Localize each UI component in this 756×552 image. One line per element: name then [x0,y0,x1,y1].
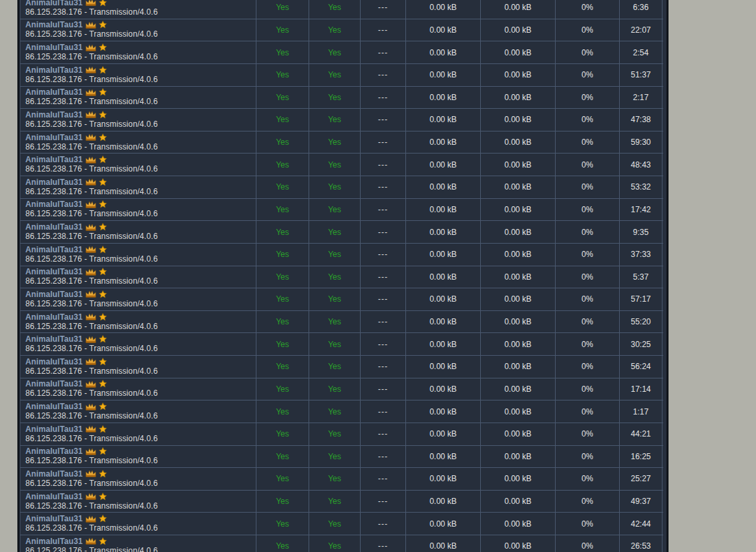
star-icon [99,246,107,254]
cell-uploaded: 0.00 kB [406,288,481,310]
cell-finished: Yes [309,199,361,221]
username-link[interactable]: AnimalulTau31 [25,43,83,52]
table-row: AnimalulTau31 86.125.238.176 - Transmiss [20,423,663,446]
cell-flags: --- [361,131,406,154]
cell-downloaded: 0.00 kB [481,423,556,445]
user-line: AnimalulTau31 [25,402,107,411]
username-link[interactable]: AnimalulTau31 [25,379,83,388]
username-link[interactable]: AnimalulTau31 [25,0,83,7]
cell-connectable: Yes [256,131,309,154]
username-link[interactable]: AnimalulTau31 [25,267,83,276]
username-link[interactable]: AnimalulTau31 [25,425,83,434]
cell-finished: Yes [309,378,361,400]
user-line: AnimalulTau31 [25,155,107,164]
cell-time: 25:27 [620,468,663,490]
crown-icon [85,313,96,320]
cell-percent: 0% [556,423,620,445]
username-link[interactable]: AnimalulTau31 [25,200,83,209]
crown-icon [85,380,96,388]
peer-client-info: 86.125.238.176 - Transmission/4.0.6 [25,411,158,421]
peer-client-info: 86.125.238.176 - Transmission/4.0.6 [25,232,158,242]
cell-finished: Yes [309,131,361,154]
cell-connectable: Yes [256,423,309,445]
cell-downloaded: 0.00 kB [481,288,556,310]
cell-connectable: Yes [256,356,309,378]
cell-time: 56:24 [620,356,663,378]
star-icon [99,515,107,523]
username-link[interactable]: AnimalulTau31 [25,110,83,119]
star-icon [99,402,107,410]
table-row: AnimalulTau31 86.125.238.176 - Transmiss [20,87,663,109]
cell-flags: --- [361,109,406,131]
star-icon [99,111,107,119]
cell-downloaded: 0.00 kB [481,244,556,266]
username-link[interactable]: AnimalulTau31 [25,155,83,164]
crown-icon [85,470,96,477]
table-row: AnimalulTau31 86.125.238.176 - Transmiss [20,19,663,42]
cell-time: 37:33 [620,244,663,266]
cell-user: AnimalulTau31 86.125.238.176 - Transmiss [20,356,256,378]
cell-percent: 0% [556,535,620,552]
username-link[interactable]: AnimalulTau31 [25,357,83,366]
cell-flags: --- [361,176,406,198]
cell-flags: --- [361,154,406,176]
username-link[interactable]: AnimalulTau31 [25,245,83,254]
username-link[interactable]: AnimalulTau31 [25,133,83,142]
cell-uploaded: 0.00 kB [406,221,481,243]
peer-table-rows: AnimalulTau31 86.125.238.176 - Transmiss [20,0,663,552]
cell-user: AnimalulTau31 86.125.238.176 - Transmiss [20,446,256,468]
table-row: AnimalulTau31 86.125.238.176 - Transmiss [20,491,663,513]
cell-connectable: Yes [256,288,309,310]
cell-uploaded: 0.00 kB [406,64,481,86]
cell-time: 53:32 [620,176,663,198]
crown-icon [85,403,96,410]
username-link[interactable]: AnimalulTau31 [25,65,83,75]
table-row: AnimalulTau31 86.125.238.176 - Transmiss [20,176,663,199]
username-link[interactable]: AnimalulTau31 [25,178,83,187]
user-line: AnimalulTau31 [25,290,107,299]
cell-connectable: Yes [256,64,309,86]
user-line: AnimalulTau31 [25,200,107,209]
star-icon [99,313,107,321]
table-row: AnimalulTau31 86.125.238.176 - Transmiss [20,311,663,334]
cell-connectable: Yes [256,221,309,243]
cell-percent: 0% [556,244,620,266]
cell-downloaded: 0.00 kB [481,356,556,378]
cell-percent: 0% [556,87,620,109]
cell-connectable: Yes [256,311,309,333]
star-icon [99,380,107,388]
cell-connectable: Yes [256,199,309,221]
username-link[interactable]: AnimalulTau31 [25,290,83,299]
star-icon [99,66,107,74]
username-link[interactable]: AnimalulTau31 [25,537,83,546]
peer-client-info: 86.125.238.176 - Transmission/4.0.6 [25,501,158,511]
username-link[interactable]: AnimalulTau31 [25,469,83,479]
peer-client-info: 86.125.238.176 - Transmission/4.0.6 [25,209,158,219]
cell-downloaded: 0.00 kB [481,64,556,86]
crown-icon [85,448,96,455]
username-link[interactable]: AnimalulTau31 [25,447,83,456]
username-link[interactable]: AnimalulTau31 [25,402,83,411]
cell-user: AnimalulTau31 86.125.238.176 - Transmiss [20,131,256,154]
star-icon [99,290,107,298]
cell-finished: Yes [309,333,361,355]
username-link[interactable]: AnimalulTau31 [25,20,83,29]
username-link[interactable]: AnimalulTau31 [25,222,83,232]
cell-connectable: Yes [256,0,309,19]
cell-time: 9:35 [620,221,663,243]
cell-percent: 0% [556,0,620,19]
table-row: AnimalulTau31 86.125.238.176 - Transmiss [20,446,663,469]
crown-icon [85,537,96,545]
cell-downloaded: 0.00 kB [481,266,556,288]
username-link[interactable]: AnimalulTau31 [25,334,83,344]
cell-time: 2:54 [620,41,663,63]
cell-flags: --- [361,423,406,445]
username-link[interactable]: AnimalulTau31 [25,87,83,97]
username-link[interactable]: AnimalulTau31 [25,312,83,322]
cell-percent: 0% [556,378,620,400]
cell-uploaded: 0.00 kB [406,333,481,355]
username-link[interactable]: AnimalulTau31 [25,492,83,501]
cell-finished: Yes [309,0,361,19]
cell-downloaded: 0.00 kB [481,109,556,131]
username-link[interactable]: AnimalulTau31 [25,514,83,523]
